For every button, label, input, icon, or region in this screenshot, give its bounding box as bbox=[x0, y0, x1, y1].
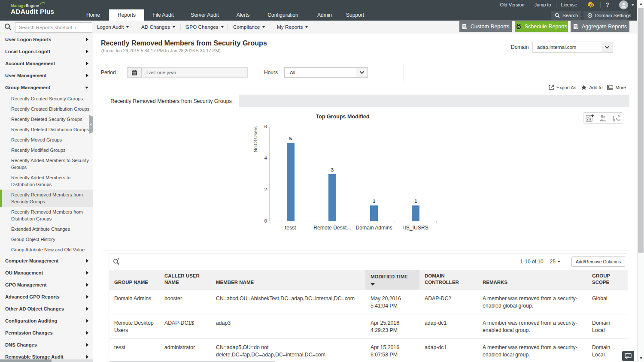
column-header-group-name[interactable]: GROUP NAME bbox=[109, 270, 159, 290]
menu-gpo-changes[interactable]: GPO Changes bbox=[185, 21, 224, 33]
chevron-down-icon[interactable] bbox=[601, 42, 613, 52]
add-remove-columns-button[interactable]: Add/Remove Columns bbox=[571, 256, 625, 267]
sidebar-item-gpo-management[interactable]: GPO Management bbox=[0, 279, 93, 291]
add-chart-icon[interactable] bbox=[583, 113, 596, 123]
notification-bell-icon[interactable]: 0 bbox=[587, 1, 595, 9]
nav-item-file-audit[interactable]: File Audit bbox=[151, 9, 175, 21]
sidebar-item-label: Local Logon-Logoff bbox=[5, 49, 86, 54]
page-size-select[interactable]: 25 bbox=[550, 259, 560, 265]
sidebar-report-recently-deleted-distribution-groups[interactable]: Recently Deleted Distribution Groups bbox=[0, 124, 93, 135]
add-to-button[interactable]: Add to bbox=[581, 84, 602, 90]
user-menu[interactable] bbox=[619, 0, 635, 9]
export-as-button[interactable]: Export As bbox=[548, 84, 576, 90]
bar-iis-iusrs[interactable] bbox=[412, 205, 419, 221]
x-category-label: tesst bbox=[267, 225, 314, 231]
sidebar-hscrollbar-thumb[interactable] bbox=[0, 359, 52, 362]
sidebar-report-recently-added-members-to-security-groups[interactable]: Recently Added Members to Security Group… bbox=[0, 155, 93, 172]
column-header-member-name[interactable]: MEMBER NAME bbox=[211, 270, 365, 290]
page-vscrollbar-thumb[interactable] bbox=[638, 8, 644, 253]
nav-item-configuration[interactable]: Configuration bbox=[267, 9, 299, 21]
cell-domain-controller: adap-dc1 bbox=[419, 339, 477, 362]
menu-my-reports[interactable]: My Reports bbox=[277, 21, 308, 33]
bar-value-label: 3 bbox=[324, 167, 341, 172]
domain-select[interactable]: adap.internal.com bbox=[532, 42, 613, 53]
sidebar-item-group-management[interactable]: Group Management bbox=[0, 81, 93, 94]
menu-ad-changes[interactable]: AD Changes bbox=[141, 21, 175, 33]
bar-tesst[interactable] bbox=[287, 143, 295, 221]
hours-select[interactable]: All bbox=[284, 67, 368, 78]
chat-widget-button[interactable] bbox=[622, 351, 634, 361]
cell-remarks: A member was removed from a security-ena… bbox=[477, 290, 587, 314]
utility-link-jump-to[interactable]: Jump to bbox=[534, 2, 551, 7]
tab-recently-removed-members[interactable]: Recently Removed Members from Security G… bbox=[103, 95, 239, 107]
utility-link-old-version[interactable]: Old Version bbox=[500, 2, 525, 7]
sidebar-report-recently-moved-groups[interactable]: Recently Moved Groups bbox=[0, 135, 93, 145]
sidebar-report-recently-removed-members-from-security-groups[interactable]: Recently Removed Members from Security G… bbox=[0, 190, 93, 207]
column-header-remarks[interactable]: REMARKS bbox=[477, 270, 587, 290]
column-search-icon[interactable] bbox=[113, 258, 120, 267]
sidebar-report-group-object-history[interactable]: Group Object History bbox=[0, 234, 93, 244]
sidebar-hscrollbar[interactable] bbox=[0, 359, 93, 362]
schedule-reports-button[interactable]: Schedule Reports bbox=[515, 21, 568, 32]
user-chart-icon[interactable] bbox=[596, 113, 609, 123]
table-row[interactable]: Remote Desktop UsersADAP-DC1$adap3Apr 25… bbox=[109, 314, 628, 339]
sidebar-item-local-logon-logoff[interactable]: Local Logon-Logoff bbox=[0, 45, 93, 57]
scroll-up-arrow[interactable]: ▲ bbox=[638, 0, 644, 8]
more-button[interactable]: More bbox=[607, 84, 626, 90]
sidebar-report-recently-created-distribution-groups[interactable]: Recently Created Distribution Groups bbox=[0, 104, 93, 114]
calendar-icon[interactable] bbox=[127, 67, 142, 78]
chevron-down-icon[interactable] bbox=[356, 68, 368, 77]
sidebar-item-computer-management[interactable]: Computer Management bbox=[0, 255, 93, 267]
bar-domain-admins[interactable] bbox=[370, 205, 378, 221]
help-icon[interactable]: ? bbox=[605, 1, 609, 8]
sidebar-report-recently-removed-members-from-distribution-groups[interactable]: Recently Removed Members from Distributi… bbox=[0, 207, 93, 224]
refresh-chart-icon[interactable] bbox=[610, 113, 623, 123]
sidebar-report-recently-modified-groups[interactable]: Recently Modified Groups bbox=[0, 145, 93, 155]
sidebar-item-ou-management[interactable]: OU Management bbox=[0, 267, 93, 279]
sidebar-item-user-management[interactable]: User Management bbox=[0, 69, 93, 81]
sidebar-item-permission-changes[interactable]: Permission Changes bbox=[0, 327, 93, 339]
sidebar-report-recently-created-security-groups[interactable]: Recently Created Security Groups bbox=[0, 94, 93, 104]
nav-item-alerts[interactable]: Alerts bbox=[235, 9, 251, 21]
column-header-domain-controller[interactable]: DOMAIN CONTROLLER bbox=[419, 270, 477, 290]
sidebar-item-other-ad-object-changes[interactable]: Other AD Object Changes bbox=[0, 303, 93, 315]
brand-logo[interactable]: ManageEngine ADAudit Plus bbox=[11, 1, 54, 15]
sidebar-item-user-logon-reports[interactable]: User Logon Reports bbox=[0, 33, 93, 45]
utility-link-license[interactable]: License bbox=[561, 2, 577, 7]
sidebar-item-account-management[interactable]: Account Management bbox=[0, 57, 93, 69]
nav-item-server-audit[interactable]: Server Audit bbox=[188, 9, 222, 21]
menu-separator bbox=[135, 24, 135, 30]
nav-item-reports[interactable]: Reports bbox=[109, 9, 144, 21]
aggregate-reports-button[interactable]: Aggregate Reports bbox=[571, 21, 629, 32]
nav-item-admin[interactable]: Admin bbox=[316, 9, 333, 21]
column-header-caller-user-name[interactable]: CALLER USER NAME bbox=[159, 270, 211, 290]
column-header-group-scope[interactable]: GROUP SCOPE bbox=[587, 270, 628, 290]
sidebar-item-configuration-auditing[interactable]: Configuration Auditing bbox=[0, 315, 93, 327]
sidebar-item-dns-changes[interactable]: DNS Changes bbox=[0, 339, 93, 351]
bar-remote-deskt[interactable] bbox=[328, 174, 336, 221]
column-header-modified-time[interactable]: MODIFIED TIME bbox=[365, 270, 419, 290]
global-search-button[interactable]: Search... bbox=[551, 11, 581, 20]
sidebar-report-recently-deleted-security-groups[interactable]: Recently Deleted Security Groups bbox=[0, 114, 93, 124]
scroll-down-arrow[interactable]: ▼ bbox=[638, 354, 644, 362]
cell-modified-time: Apr 25,20164:29:23 PM bbox=[365, 314, 419, 339]
table-row[interactable]: tesstadministratorCN=adap5,OU=do not del… bbox=[109, 339, 628, 362]
period-input[interactable] bbox=[142, 67, 248, 78]
sidebar-report-group-attribute-new-and-old-value[interactable]: Group Attribute New and Old Value bbox=[0, 244, 93, 255]
x-category-label: Remote Deskt... bbox=[309, 225, 356, 231]
cell-group-scope: Domain Local bbox=[587, 339, 628, 362]
menu-compliance[interactable]: Compliance bbox=[233, 21, 265, 33]
sidebar-report-extended-attribute-changes[interactable]: Extended Attribute Changes bbox=[0, 224, 93, 234]
page-vscrollbar[interactable]: ▲ ▼ bbox=[637, 0, 644, 362]
report-table-card: 1-10 of 10 25 Add/Remove Columns GROUP N… bbox=[109, 253, 627, 359]
nav-item-home[interactable]: Home bbox=[84, 9, 103, 21]
nav-item-support[interactable]: Support bbox=[345, 9, 365, 21]
sidebar-item-advanced-gpo-reports[interactable]: Advanced GPO Reports bbox=[0, 291, 93, 303]
table-row[interactable]: Domain AdminsboosterCN=abcd,OU=AbishekTe… bbox=[109, 290, 628, 314]
menu-logon-audit[interactable]: Logon Audit bbox=[97, 21, 129, 33]
domain-settings-button[interactable]: Domain Settings bbox=[583, 11, 628, 20]
sidebar-collapse-handle[interactable] bbox=[89, 115, 93, 134]
custom-reports-button[interactable]: Custom Reports bbox=[459, 21, 512, 32]
sidebar-report-recently-added-members-to-distribution-groups[interactable]: Recently Added Members to Distribution G… bbox=[0, 172, 93, 190]
caret-right-icon bbox=[86, 331, 88, 335]
